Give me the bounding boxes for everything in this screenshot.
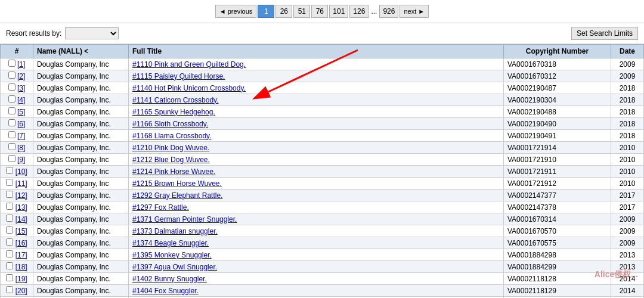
row-num-link[interactable]: [15]	[16, 227, 27, 235]
page-1[interactable]: 1	[258, 5, 274, 18]
row-title-link[interactable]: #1215 Brown Horse Wuvee.	[132, 179, 222, 188]
row-checkbox[interactable]	[6, 191, 13, 198]
row-title-link[interactable]: #1371 German Pointer Snuggler.	[132, 215, 237, 224]
row-name-cell: Douglas Company, Inc.	[33, 273, 129, 285]
row-checkbox[interactable]	[8, 60, 16, 67]
row-title-link[interactable]: #1166 Sloth Crossbody.	[132, 120, 208, 128]
row-title-link[interactable]: #1210 Pink Dog Wuvee.	[132, 144, 209, 152]
row-date-cell: 2018	[611, 118, 644, 130]
row-name-cell: Douglas Company, Inc.	[33, 82, 129, 94]
row-checkbox[interactable]	[8, 143, 16, 150]
resort-select[interactable]: Name Title Date	[65, 27, 119, 39]
row-name-cell: Douglas Company, Inc.	[33, 237, 129, 249]
page-76[interactable]: 76	[311, 5, 328, 18]
table-row: [11]Douglas Company, Inc#1215 Brown Hors…	[1, 178, 644, 190]
row-title-link[interactable]: #1110 Pink and Green Quilted Dog.	[132, 60, 246, 69]
row-num-link[interactable]: [13]	[16, 203, 27, 212]
row-num-link[interactable]: [5]	[17, 108, 25, 116]
row-checkbox[interactable]	[6, 179, 13, 186]
row-num-link[interactable]: [12]	[16, 191, 27, 200]
row-title-link[interactable]: #1115 Paisley Quilted Horse.	[132, 72, 225, 80]
row-title-link[interactable]: #1395 Monkey Snuggler.	[132, 251, 212, 259]
row-num-link[interactable]: [14]	[16, 215, 27, 224]
row-copyright-cell: VA0001670314	[504, 213, 611, 225]
row-title-link[interactable]: #1165 Spunky Hedgehog.	[132, 108, 215, 116]
page-26[interactable]: 26	[275, 5, 292, 18]
row-title-link[interactable]: #1297 Fox Rattle.	[132, 203, 189, 212]
row-title-link[interactable]: #1292 Gray Elephant Rattle.	[132, 191, 222, 200]
row-checkbox[interactable]	[8, 155, 16, 162]
row-checkbox[interactable]	[6, 286, 13, 293]
row-checkbox[interactable]	[8, 95, 16, 103]
row-checkbox[interactable]	[8, 107, 16, 114]
row-title-cell: #1212 Blue Dog Wuvee.	[129, 154, 504, 166]
row-title-cell: #1168 Llama Crossbody.	[129, 130, 504, 142]
row-num-link[interactable]: [20]	[16, 287, 27, 295]
row-num-cell: [18]	[1, 261, 33, 273]
prev-button[interactable]: ◄ previous	[215, 5, 257, 18]
row-date-cell: 2018	[611, 94, 644, 106]
row-name-cell: Douglas Company, Inc.	[33, 201, 129, 213]
page-101[interactable]: 101	[329, 5, 348, 18]
row-num-link[interactable]: [17]	[16, 251, 27, 259]
row-checkbox[interactable]	[8, 131, 16, 138]
row-num-link[interactable]: [2]	[17, 72, 25, 80]
row-title-link[interactable]: #1404 Fox Snuggler.	[132, 287, 199, 295]
row-checkbox[interactable]	[6, 226, 13, 234]
page-126[interactable]: 126	[349, 5, 369, 18]
row-checkbox[interactable]	[8, 83, 16, 91]
row-num-link[interactable]: [19]	[16, 275, 27, 283]
row-name-cell: Douglas Company, Inc.	[33, 118, 129, 130]
row-checkbox[interactable]	[6, 215, 13, 222]
row-copyright-cell: VA0002190490	[504, 118, 611, 130]
row-num-link[interactable]: [3]	[17, 84, 25, 92]
row-num-link[interactable]: [8]	[17, 144, 25, 152]
row-num-link[interactable]: [11]	[16, 179, 27, 188]
page-926[interactable]: 926	[379, 5, 398, 18]
row-num-link[interactable]: [18]	[16, 263, 27, 271]
table-row: [3]Douglas Company, Inc.#1140 Hot Pink U…	[1, 82, 644, 94]
row-title-link[interactable]: #1374 Beagle Snuggler.	[132, 239, 209, 247]
row-num-link[interactable]: [16]	[16, 239, 27, 247]
set-search-button[interactable]: Set Search Limits	[571, 27, 638, 40]
row-title-link[interactable]: #1373 Dalmatian snuggler.	[132, 227, 218, 235]
row-checkbox[interactable]	[6, 167, 13, 174]
row-copyright-cell: VA0002147378	[504, 201, 611, 213]
table-row: [12]Douglas Company, Inc.#1292 Gray Elep…	[1, 190, 644, 201]
row-title-cell: #1373 Dalmatian snuggler.	[129, 225, 504, 237]
row-title-link[interactable]: #1397 Aqua Owl Snuggler.	[132, 263, 217, 271]
row-checkbox[interactable]	[8, 72, 16, 79]
row-checkbox[interactable]	[6, 203, 13, 210]
row-checkbox[interactable]	[6, 238, 13, 246]
row-checkbox[interactable]	[8, 119, 16, 126]
row-checkbox[interactable]	[6, 274, 13, 281]
resort-label: Resort results by:	[6, 29, 61, 38]
row-num-link[interactable]: [9]	[17, 156, 25, 164]
row-title-cell: #1215 Brown Horse Wuvee.	[129, 178, 504, 190]
row-num-link[interactable]: [6]	[17, 120, 25, 128]
row-checkbox[interactable]	[6, 250, 13, 257]
col-header-date: Date	[611, 45, 644, 58]
next-button[interactable]: next ►	[400, 5, 429, 18]
row-copyright-cell: VA0001721914	[504, 142, 611, 154]
row-num-link[interactable]: [1]	[17, 60, 25, 69]
row-title-link[interactable]: #1141 Caticorn Crossbody.	[132, 96, 219, 104]
row-title-link[interactable]: #1168 Llama Crossbody.	[132, 132, 212, 140]
row-title-cell: #1115 Paisley Quilted Horse.	[129, 70, 504, 82]
row-title-link[interactable]: #1402 Bunny Snuggler.	[132, 275, 207, 283]
row-title-cell: #1110 Pink and Green Quilted Dog.	[129, 58, 504, 70]
row-title-link[interactable]: #1214 Pink Horse Wuvee.	[132, 167, 215, 176]
row-checkbox[interactable]	[6, 262, 13, 269]
annotation-container: # Name (NALL) < Full Title Copyright Num…	[0, 44, 644, 298]
col-header-copyright: Copyright Number	[504, 45, 611, 58]
row-num-link[interactable]: [4]	[17, 96, 25, 104]
row-num-cell: [16]	[1, 237, 33, 249]
row-num-link[interactable]: [10]	[16, 167, 27, 176]
row-num-link[interactable]: [7]	[17, 132, 25, 140]
row-title-link[interactable]: #1212 Blue Dog Wuvee.	[132, 156, 210, 164]
row-copyright-cell: VA0002118128	[504, 273, 611, 285]
row-title-link[interactable]: #1140 Hot Pink Unicorn Crossbody.	[132, 84, 246, 92]
row-num-cell: [1]	[1, 58, 33, 70]
row-date-cell: 2009	[611, 237, 644, 249]
page-51[interactable]: 51	[293, 5, 310, 18]
